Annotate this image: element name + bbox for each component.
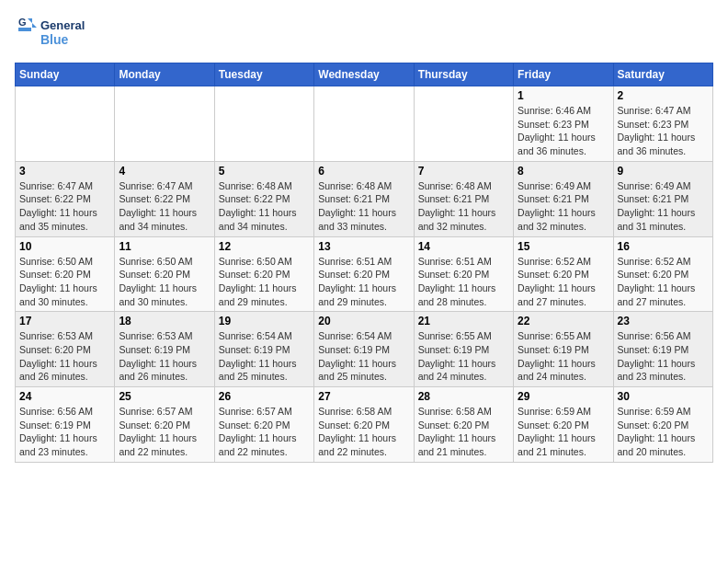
day-info: Sunrise: 6:52 AM Sunset: 6:20 PM Dayligh…: [518, 255, 609, 309]
day-info: Sunrise: 6:57 AM Sunset: 6:20 PM Dayligh…: [119, 405, 210, 459]
calendar-cell: 15Sunrise: 6:52 AM Sunset: 6:20 PM Dayli…: [514, 236, 613, 312]
day-info: Sunrise: 6:55 AM Sunset: 6:19 PM Dayligh…: [518, 329, 609, 384]
day-header-monday: Monday: [115, 63, 214, 86]
day-number: 7: [418, 165, 509, 178]
day-info: Sunrise: 6:47 AM Sunset: 6:22 PM Dayligh…: [19, 179, 110, 234]
calendar-cell: 2Sunrise: 6:47 AM Sunset: 6:23 PM Daylig…: [613, 86, 712, 162]
svg-rect-3: [18, 28, 31, 31]
day-info: Sunrise: 6:48 AM Sunset: 6:22 PM Dayligh…: [219, 179, 310, 234]
day-number: 28: [418, 390, 509, 403]
svg-text:G: G: [18, 17, 27, 28]
calendar-cell: 12Sunrise: 6:50 AM Sunset: 6:20 PM Dayli…: [214, 236, 313, 312]
calendar-cell: 27Sunrise: 6:58 AM Sunset: 6:20 PM Dayli…: [314, 387, 414, 463]
day-number: 15: [518, 240, 609, 253]
day-number: 9: [618, 165, 709, 178]
logo-svg: General Blue G: [15, 15, 88, 55]
calendar-cell: 28Sunrise: 6:58 AM Sunset: 6:20 PM Dayli…: [414, 387, 513, 463]
day-number: 4: [119, 165, 210, 178]
calendar-cell: 11Sunrise: 6:50 AM Sunset: 6:20 PM Dayli…: [115, 236, 214, 312]
day-number: 14: [418, 240, 509, 253]
calendar-cell: 29Sunrise: 6:59 AM Sunset: 6:20 PM Dayli…: [514, 387, 613, 463]
day-number: 5: [219, 165, 310, 178]
day-header-saturday: Saturday: [613, 63, 712, 86]
day-info: Sunrise: 6:54 AM Sunset: 6:19 PM Dayligh…: [219, 329, 310, 384]
svg-marker-2: [28, 18, 37, 28]
day-number: 3: [19, 165, 110, 178]
calendar-cell: [115, 86, 214, 162]
day-number: 8: [518, 165, 609, 178]
calendar-cell: 22Sunrise: 6:55 AM Sunset: 6:19 PM Dayli…: [514, 312, 613, 387]
logo: General Blue G: [15, 15, 88, 55]
page-header: General Blue G: [15, 15, 713, 55]
day-info: Sunrise: 6:51 AM Sunset: 6:20 PM Dayligh…: [318, 255, 409, 309]
day-info: Sunrise: 6:49 AM Sunset: 6:21 PM Dayligh…: [518, 179, 609, 234]
calendar-week-5: 24Sunrise: 6:56 AM Sunset: 6:19 PM Dayli…: [16, 387, 713, 463]
calendar-week-4: 17Sunrise: 6:53 AM Sunset: 6:20 PM Dayli…: [16, 312, 713, 387]
day-number: 21: [418, 315, 509, 327]
day-info: Sunrise: 6:53 AM Sunset: 6:19 PM Dayligh…: [119, 329, 210, 384]
day-info: Sunrise: 6:52 AM Sunset: 6:20 PM Dayligh…: [618, 255, 709, 309]
calendar-cell: [314, 86, 414, 162]
day-number: 30: [618, 390, 709, 403]
day-info: Sunrise: 6:46 AM Sunset: 6:23 PM Dayligh…: [518, 104, 609, 158]
day-info: Sunrise: 6:58 AM Sunset: 6:20 PM Dayligh…: [318, 405, 409, 459]
day-info: Sunrise: 6:47 AM Sunset: 6:22 PM Dayligh…: [119, 179, 210, 234]
calendar-cell: [16, 86, 115, 162]
svg-text:General: General: [40, 18, 85, 32]
day-number: 16: [618, 240, 709, 253]
day-info: Sunrise: 6:58 AM Sunset: 6:20 PM Dayligh…: [418, 405, 509, 459]
day-info: Sunrise: 6:48 AM Sunset: 6:21 PM Dayligh…: [318, 179, 409, 234]
day-info: Sunrise: 6:54 AM Sunset: 6:19 PM Dayligh…: [318, 329, 409, 384]
calendar-week-3: 10Sunrise: 6:50 AM Sunset: 6:20 PM Dayli…: [16, 236, 713, 312]
day-info: Sunrise: 6:51 AM Sunset: 6:20 PM Dayligh…: [418, 255, 509, 309]
calendar-cell: 19Sunrise: 6:54 AM Sunset: 6:19 PM Dayli…: [214, 312, 313, 387]
calendar-cell: 26Sunrise: 6:57 AM Sunset: 6:20 PM Dayli…: [214, 387, 313, 463]
day-number: 6: [318, 165, 409, 178]
day-header-thursday: Thursday: [414, 63, 513, 86]
day-info: Sunrise: 6:59 AM Sunset: 6:20 PM Dayligh…: [518, 405, 609, 459]
calendar-week-2: 3Sunrise: 6:47 AM Sunset: 6:22 PM Daylig…: [16, 161, 713, 236]
calendar-cell: 5Sunrise: 6:48 AM Sunset: 6:22 PM Daylig…: [214, 161, 313, 236]
calendar-cell: 1Sunrise: 6:46 AM Sunset: 6:23 PM Daylig…: [514, 86, 613, 162]
day-number: 11: [119, 240, 210, 253]
calendar-cell: 4Sunrise: 6:47 AM Sunset: 6:22 PM Daylig…: [115, 161, 214, 236]
day-info: Sunrise: 6:49 AM Sunset: 6:21 PM Dayligh…: [618, 179, 709, 234]
calendar-cell: [414, 86, 513, 162]
calendar-cell: 23Sunrise: 6:56 AM Sunset: 6:19 PM Dayli…: [613, 312, 712, 387]
calendar-cell: 13Sunrise: 6:51 AM Sunset: 6:20 PM Dayli…: [314, 236, 414, 312]
calendar-cell: 3Sunrise: 6:47 AM Sunset: 6:22 PM Daylig…: [16, 161, 115, 236]
day-number: 25: [119, 390, 210, 403]
calendar-cell: [214, 86, 313, 162]
calendar-cell: 18Sunrise: 6:53 AM Sunset: 6:19 PM Dayli…: [115, 312, 214, 387]
day-info: Sunrise: 6:50 AM Sunset: 6:20 PM Dayligh…: [19, 255, 110, 309]
day-info: Sunrise: 6:47 AM Sunset: 6:23 PM Dayligh…: [618, 104, 709, 158]
calendar-cell: 6Sunrise: 6:48 AM Sunset: 6:21 PM Daylig…: [314, 161, 414, 236]
calendar-week-1: 1Sunrise: 6:46 AM Sunset: 6:23 PM Daylig…: [16, 86, 713, 162]
calendar-cell: 17Sunrise: 6:53 AM Sunset: 6:20 PM Dayli…: [16, 312, 115, 387]
day-info: Sunrise: 6:48 AM Sunset: 6:21 PM Dayligh…: [418, 179, 509, 234]
day-info: Sunrise: 6:50 AM Sunset: 6:20 PM Dayligh…: [119, 255, 210, 309]
day-header-tuesday: Tuesday: [214, 63, 313, 86]
calendar-cell: 14Sunrise: 6:51 AM Sunset: 6:20 PM Dayli…: [414, 236, 513, 312]
calendar-cell: 24Sunrise: 6:56 AM Sunset: 6:19 PM Dayli…: [16, 387, 115, 463]
day-number: 10: [19, 240, 110, 253]
svg-text:Blue: Blue: [40, 32, 69, 47]
day-header-wednesday: Wednesday: [314, 63, 414, 86]
day-number: 17: [19, 315, 110, 327]
day-number: 22: [518, 315, 609, 327]
calendar-table: SundayMondayTuesdayWednesdayThursdayFrid…: [15, 63, 713, 463]
day-number: 2: [618, 89, 709, 102]
day-number: 23: [618, 315, 709, 327]
day-number: 27: [318, 390, 409, 403]
day-number: 19: [219, 315, 310, 327]
day-info: Sunrise: 6:56 AM Sunset: 6:19 PM Dayligh…: [19, 405, 110, 459]
day-info: Sunrise: 6:53 AM Sunset: 6:20 PM Dayligh…: [19, 329, 110, 384]
day-info: Sunrise: 6:50 AM Sunset: 6:20 PM Dayligh…: [219, 255, 310, 309]
day-number: 1: [518, 89, 609, 102]
calendar-cell: 30Sunrise: 6:59 AM Sunset: 6:20 PM Dayli…: [613, 387, 712, 463]
calendar-cell: 9Sunrise: 6:49 AM Sunset: 6:21 PM Daylig…: [613, 161, 712, 236]
day-number: 26: [219, 390, 310, 403]
calendar-cell: 25Sunrise: 6:57 AM Sunset: 6:20 PM Dayli…: [115, 387, 214, 463]
day-number: 13: [318, 240, 409, 253]
calendar-cell: 8Sunrise: 6:49 AM Sunset: 6:21 PM Daylig…: [514, 161, 613, 236]
